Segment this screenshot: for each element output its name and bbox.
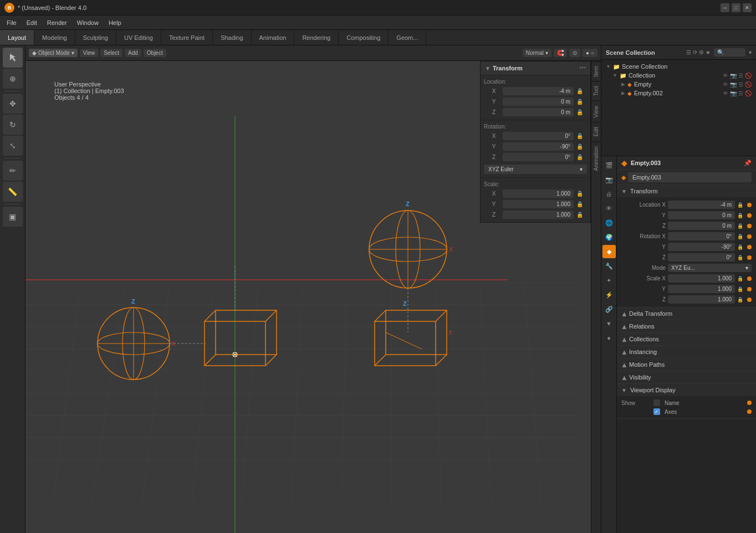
collection-select-icon[interactable]: ☰ [738,73,743,79]
minimize-button[interactable]: ─ [721,3,729,12]
scale-x-value[interactable]: 1.000 [503,189,574,198]
rot-z-value[interactable]: 0° [503,153,574,161]
collection-hide-icon[interactable]: 🚫 [745,73,752,79]
loc-x-value[interactable]: -4 m [503,87,574,95]
viewport-snap-button[interactable]: 🧲 [554,49,567,57]
relations-header[interactable]: ▶ Relations [617,320,756,332]
rot-z-lock[interactable]: 🔒 [576,153,584,161]
viewport[interactable]: ◆ Object Mode ▾ View Select Add Object N… [25,45,601,533]
tab-uv-editing[interactable]: UV Editing [116,30,161,45]
menu-window[interactable]: Window [73,18,103,27]
collection-eye-icon[interactable]: 👁 [723,73,728,79]
tab-animation[interactable]: Animation [252,30,295,45]
scale-x-lock[interactable]: 🔒 [737,276,745,281]
motion-paths-header[interactable]: ▶ Motion Paths [617,358,756,371]
move-tool-button[interactable]: ✥ [3,94,23,114]
rot-y-value[interactable]: -90° [503,142,574,151]
select-tool-button[interactable] [3,48,23,68]
viewport-add-menu[interactable]: Add [125,49,141,57]
tab-edit[interactable]: Edit [591,122,601,141]
show-name-checkbox[interactable] [653,399,660,406]
rot-y-lock[interactable]: 🔒 [576,143,584,151]
cursor-tool-button[interactable]: ⊕ [3,69,23,89]
maximize-button[interactable]: □ [732,3,740,12]
empty-render-icon[interactable]: 📷 [730,81,737,88]
tab-layout[interactable]: Layout [0,30,34,45]
prop-icon-scene2[interactable]: 🌐 [602,216,616,229]
scale-y-lock[interactable]: 🔒 [737,286,745,292]
collection-render-icon[interactable]: 📷 [730,73,737,79]
location-z-field-value[interactable]: 0 m [668,222,735,230]
location-y-field-value[interactable]: 0 m [668,211,735,219]
location-x-lock[interactable]: 🔒 [737,202,745,208]
empty-hide-icon[interactable]: 🚫 [745,81,752,88]
empty-eye-icon[interactable]: 👁 [723,81,728,88]
rotation-y-field-value[interactable]: -90° [668,243,735,251]
outliner-filter-icon[interactable]: ☰ [686,49,691,55]
measure-tool-button[interactable]: 📏 [3,182,23,202]
outliner-search[interactable]: 🔍 [714,48,745,57]
tab-compositing[interactable]: Compositing [339,30,389,45]
tree-scene-collection[interactable]: ▼ 📁 Scene Collection [604,62,754,71]
instancing-header[interactable]: ▶ Instancing [617,346,756,358]
add-cube-button[interactable]: ▣ [3,207,23,227]
menu-help[interactable]: Help [104,18,126,27]
scale-y-value[interactable]: 1.000 [503,200,574,208]
scale-z-lock[interactable]: 🔒 [576,211,584,219]
prop-icon-world[interactable]: 🌍 [602,230,616,244]
outliner-sync-icon[interactable]: ⟳ [693,49,697,55]
scale-x-field-value[interactable]: 1.000 [668,274,735,283]
location-x-field-value[interactable]: -4 m [668,201,735,209]
rotation-mode-dropdown[interactable]: XYZ Euler ▾ [484,165,587,174]
viewport-select-menu[interactable]: Select [100,49,122,57]
loc-y-lock[interactable]: 🔒 [576,98,584,106]
prop-icon-particles[interactable]: ✦ [602,274,616,287]
empty002-render-icon[interactable]: 📷 [730,90,737,96]
scale-z-value[interactable]: 1.000 [503,211,574,219]
empty002-select-icon[interactable]: ☰ [738,90,743,96]
loc-y-value[interactable]: 0 m [503,98,574,106]
scale-tool-button[interactable]: ⤡ [3,136,23,156]
rotation-x-field-value[interactable]: 0° [668,232,735,240]
tree-item-empty002[interactable]: ▶ ◆ Empty.002 👁 📷 ☰ 🚫 [604,89,754,98]
transform-options-btn[interactable] [579,64,586,72]
tree-item-empty[interactable]: ▶ ◆ Empty 👁 📷 ☰ 🚫 [604,80,754,89]
collections-header[interactable]: ▶ Collections [617,333,756,345]
scale-y-lock[interactable]: 🔒 [576,201,584,208]
tree-collection[interactable]: ▼ 📁 Collection 👁 📷 ☰ 🚫 [604,71,754,80]
prop-icon-data[interactable]: ▼ [602,317,616,330]
transform-section-header[interactable]: ▼ Transform [617,185,756,197]
viewport-orientation-dropdown[interactable]: Normal ▾ [523,49,551,57]
outliner-highlight-icon[interactable]: ★ [706,49,711,55]
menu-file[interactable]: File [2,18,21,27]
scale-z-field-value[interactable]: 1.000 [668,295,735,304]
prop-icon-render[interactable]: 📷 [602,173,616,186]
rotate-tool-button[interactable]: ↻ [3,115,23,135]
viewport-object-menu[interactable]: Object [144,49,166,57]
outliner-settings-icon[interactable]: ⚙ [699,49,704,55]
menu-edit[interactable]: Edit [22,18,42,27]
viewport-display-header[interactable]: ▼ Viewport Display [617,384,756,396]
visibility-header[interactable]: ▶ Visibility [617,371,756,383]
scale-z-lock[interactable]: 🔒 [737,297,745,303]
tab-sculpting[interactable]: Sculpting [75,30,116,45]
scale-x-lock[interactable]: 🔒 [576,190,584,198]
viewport-proportional-button[interactable]: ⊙ [569,49,580,57]
tab-tool[interactable]: Tool [591,81,601,100]
loc-z-lock[interactable]: 🔒 [576,109,584,116]
tab-geometry[interactable]: Geom... [389,30,426,45]
tab-rendering[interactable]: Rendering [294,30,339,45]
menu-render[interactable]: Render [43,18,71,27]
location-y-lock[interactable]: 🔒 [737,213,745,218]
prop-icon-view-layer[interactable]: 👁 [602,202,616,215]
show-axes-checkbox[interactable]: ✓ [653,408,660,415]
rot-x-value[interactable]: 0° [503,132,574,140]
rotation-z-field-value[interactable]: 0° [668,253,735,262]
mesh-name-dropdown[interactable]: Empty.003 [628,172,752,182]
delta-transform-header[interactable]: ▶ Delta Transform [617,308,756,320]
prop-icon-physics[interactable]: ⚡ [602,288,616,301]
prop-icon-scene[interactable]: 🎬 [602,158,616,172]
empty002-eye-icon[interactable]: 👁 [723,90,728,96]
viewport-view-menu[interactable]: View [80,49,99,57]
pin-icon[interactable]: 📌 [744,160,752,167]
